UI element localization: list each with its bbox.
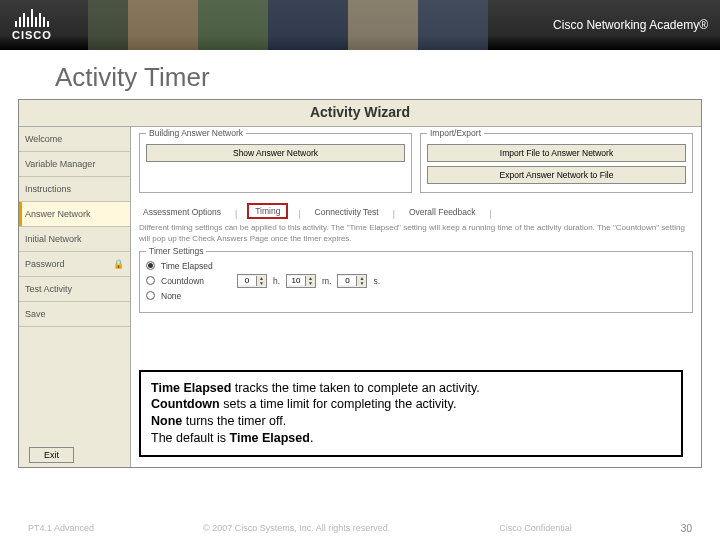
- chevron-down-icon[interactable]: ▼: [356, 281, 366, 286]
- minutes-label: m.: [322, 276, 331, 286]
- callout-text: sets a time limit for completing the act…: [220, 397, 457, 411]
- wizard-title: Activity Wizard: [19, 100, 701, 126]
- callout-term: Time Elapsed: [151, 381, 231, 395]
- footer-left: PT4.1 Advanced: [28, 523, 94, 534]
- cisco-logo-text: CISCO: [12, 29, 52, 41]
- radio-countdown[interactable]: [146, 276, 155, 285]
- activity-wizard-window: Activity Wizard Welcome Variable Manager…: [18, 99, 702, 468]
- sidebar-item-answer-network[interactable]: Answer Network: [19, 202, 130, 227]
- footer-confidential: Cisco Confidential: [499, 523, 572, 534]
- tab-overall-feedback[interactable]: Overall Feedback: [405, 205, 480, 219]
- sidebar-item-save[interactable]: Save: [19, 302, 130, 327]
- sidebar-item-initial-network[interactable]: Initial Network: [19, 227, 130, 252]
- group-legend: Building Answer Network: [146, 128, 246, 138]
- hours-input[interactable]: [238, 276, 256, 285]
- seconds-input[interactable]: [338, 276, 356, 285]
- assessment-tabs: Assessment Options | Timing | Connectivi…: [139, 203, 693, 219]
- import-export-group: Import/Export Import File to Answer Netw…: [420, 133, 693, 193]
- wizard-main-panel: Building Answer Network Show Answer Netw…: [131, 127, 701, 467]
- callout-term: None: [151, 414, 186, 428]
- page-number: 30: [681, 523, 692, 534]
- radio-label: Countdown: [161, 276, 231, 286]
- wizard-sidebar: Welcome Variable Manager Instructions An…: [19, 127, 131, 467]
- top-banner: CISCO Cisco Networking Academy®: [0, 0, 720, 50]
- callout-term: Time Elapsed: [230, 431, 310, 445]
- import-file-button[interactable]: Import File to Answer Network: [427, 144, 686, 162]
- radio-none[interactable]: [146, 291, 155, 300]
- cisco-logo: CISCO: [12, 9, 52, 41]
- group-legend: Timer Settings: [146, 246, 206, 256]
- radio-label: None: [161, 291, 181, 301]
- chevron-down-icon[interactable]: ▼: [256, 281, 266, 286]
- minutes-input[interactable]: [287, 276, 305, 285]
- sidebar-item-label: Password: [25, 259, 65, 269]
- sidebar-item-welcome[interactable]: Welcome: [19, 127, 130, 152]
- sidebar-item-variable-manager[interactable]: Variable Manager: [19, 152, 130, 177]
- minutes-stepper[interactable]: ▲▼: [286, 274, 316, 288]
- answer-network-group: Building Answer Network Show Answer Netw…: [139, 133, 412, 193]
- timer-settings-group: Timer Settings Time Elapsed Countdown ▲▼…: [139, 251, 693, 313]
- seconds-stepper[interactable]: ▲▼: [337, 274, 367, 288]
- callout-text: The default is: [151, 431, 230, 445]
- tab-connectivity-test[interactable]: Connectivity Test: [311, 205, 383, 219]
- callout-text: tracks the time taken to complete an act…: [231, 381, 480, 395]
- export-file-button[interactable]: Export Answer Network to File: [427, 166, 686, 184]
- seconds-label: s.: [373, 276, 380, 286]
- academy-label: Cisco Networking Academy®: [553, 18, 708, 32]
- show-answer-network-button[interactable]: Show Answer Network: [146, 144, 405, 162]
- slide-footer: PT4.1 Advanced © 2007 Cisco Systems, Inc…: [0, 523, 720, 534]
- tab-timing[interactable]: Timing: [247, 203, 288, 219]
- hours-stepper[interactable]: ▲▼: [237, 274, 267, 288]
- radio-time-elapsed[interactable]: [146, 261, 155, 270]
- radio-label: Time Elapsed: [161, 261, 213, 271]
- chevron-down-icon[interactable]: ▼: [305, 281, 315, 286]
- banner-photo-strip: [88, 0, 488, 50]
- footer-copyright: © 2007 Cisco Systems, Inc. All rights re…: [203, 523, 390, 534]
- explanation-callout: Time Elapsed tracks the time taken to co…: [139, 370, 683, 458]
- group-legend: Import/Export: [427, 128, 484, 138]
- tab-assessment-options[interactable]: Assessment Options: [139, 205, 225, 219]
- hours-label: h.: [273, 276, 280, 286]
- cisco-bars-icon: [15, 9, 49, 27]
- timing-description: Different timing settings can be applied…: [139, 223, 693, 245]
- slide-title: Activity Timer: [0, 50, 720, 99]
- callout-text: turns the timer off.: [186, 414, 287, 428]
- sidebar-item-password[interactable]: Password🔒: [19, 252, 130, 277]
- sidebar-item-instructions[interactable]: Instructions: [19, 177, 130, 202]
- sidebar-item-test-activity[interactable]: Test Activity: [19, 277, 130, 302]
- exit-button[interactable]: Exit: [29, 447, 74, 463]
- callout-term: Countdown: [151, 397, 220, 411]
- callout-text: .: [310, 431, 313, 445]
- lock-icon: 🔒: [113, 259, 124, 269]
